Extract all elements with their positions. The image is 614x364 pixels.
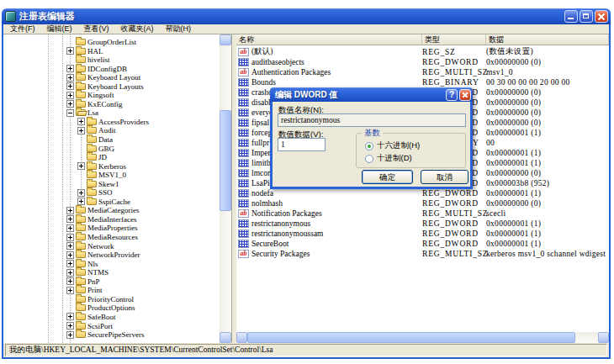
tree-item-print[interactable]: Print (3, 286, 220, 295)
tree-item-gbg[interactable]: GBG (3, 145, 220, 154)
tree-item-sspicache[interactable]: SspiCache (3, 198, 220, 207)
value-name-input[interactable] (278, 113, 466, 127)
tree-item-mediaproperties[interactable]: MediaProperties (3, 224, 220, 233)
tree-item-label: MSV1_0 (98, 171, 126, 180)
radio-hex-icon[interactable] (365, 142, 373, 150)
tree-item-scsiport[interactable]: ScsiPort (3, 322, 220, 331)
tree-item-hivelist[interactable]: hivelist (3, 55, 220, 65)
list-row-nodefa[interactable]: nodefaREG_DWORD0x00000001 (1) (236, 188, 609, 198)
tree-item-keyboard-layouts[interactable]: Keyboard Layouts (3, 82, 220, 92)
tree-vertical-scrollbar[interactable] (220, 34, 231, 343)
tree-item-audit[interactable]: Audit (3, 126, 220, 135)
list-row-restrictanonymous[interactable]: restrictanonymousREG_DWORD0x00000001 (1) (236, 219, 609, 229)
expand-icon[interactable] (66, 287, 74, 294)
minimize-button[interactable] (564, 10, 578, 23)
scroll-down-button[interactable] (220, 332, 231, 343)
tree-item-jd[interactable]: JD (3, 153, 220, 162)
list-horizontal-scrollbar[interactable] (236, 332, 609, 343)
expand-icon[interactable] (66, 331, 74, 339)
expand-icon[interactable] (66, 92, 74, 99)
dialog-close-button[interactable] (459, 89, 471, 101)
tree-item-kingsoft[interactable]: Kingsoft (3, 91, 220, 100)
tree-item-data[interactable]: Data (3, 135, 220, 145)
expand-icon[interactable] (66, 47, 74, 55)
tree-scrollbar-thumb[interactable] (220, 110, 231, 211)
value-name-text: (默认) (251, 46, 273, 57)
tree-item-mediacategories[interactable]: MediaCategories (3, 206, 220, 215)
tree-item-mediainterfaces[interactable]: MediaInterfaces (3, 215, 220, 224)
list-row-restrictanonymoussam[interactable]: restrictanonymoussamREG_DWORD0x00000001 … (236, 229, 609, 239)
expand-icon[interactable] (66, 82, 74, 90)
tree-item-label: MediaResources (87, 233, 138, 242)
maximize-button[interactable] (580, 10, 593, 23)
expand-icon[interactable] (66, 207, 74, 214)
tree-item-skew1[interactable]: Skew1 (3, 180, 220, 189)
tree-item-pnp[interactable]: PnP (3, 277, 220, 287)
scroll-up-button[interactable] (220, 34, 231, 45)
tree-item-securepipeservers[interactable]: SecurePipeServers (3, 330, 220, 340)
expand-icon[interactable] (66, 322, 74, 330)
collapse-icon[interactable] (66, 109, 74, 117)
tree-item-networkprovider[interactable]: NetworkProvider (3, 251, 220, 260)
expand-icon[interactable] (66, 251, 74, 259)
expand-icon[interactable] (77, 198, 85, 205)
expand-icon[interactable] (66, 234, 74, 241)
tree-item-prioritycontrol[interactable]: PriorityControl (3, 295, 220, 304)
expand-icon[interactable] (77, 127, 85, 135)
close-button[interactable] (595, 10, 608, 23)
list-scrollbar-thumb[interactable] (247, 332, 575, 343)
tree-item-lsa[interactable]: Lsa (3, 108, 220, 118)
tree-item-label: Network (87, 242, 114, 251)
expand-icon[interactable] (66, 269, 74, 277)
tree-item-grouporderlist[interactable]: GroupOrderList (3, 38, 220, 47)
folder-icon (76, 48, 86, 55)
column-header-item[interactable]: 类型 (422, 34, 486, 45)
column-header-item[interactable]: 数据 (486, 34, 609, 45)
expand-icon[interactable] (66, 260, 74, 267)
radio-option-dec[interactable]: 十进制(D) (365, 153, 412, 164)
expand-icon[interactable] (77, 189, 85, 197)
value-data-input[interactable] (278, 138, 326, 151)
scroll-left-button[interactable] (236, 332, 247, 343)
tree-item-accessproviders[interactable]: AccessProviders (3, 118, 220, 127)
expand-icon[interactable] (66, 277, 74, 285)
ok-button[interactable]: 确定 (362, 170, 413, 184)
tree-item-network[interactable]: Network (3, 242, 220, 251)
scroll-right-button[interactable] (598, 332, 609, 343)
expand-icon[interactable] (66, 74, 74, 82)
radio-option-hex[interactable]: 十六进制(H) (365, 140, 420, 151)
radio-dec-icon[interactable] (365, 155, 373, 163)
tree-item-kerberos[interactable]: Kerberos (3, 162, 220, 171)
expand-icon[interactable] (77, 162, 85, 170)
expand-icon[interactable] (66, 65, 74, 72)
tree-item-nls[interactable]: Nls (3, 260, 220, 269)
dialog-help-button[interactable] (446, 89, 458, 101)
list-row-item[interactable]: ab(默认)REG_SZ(数值未设置) (236, 47, 609, 57)
list-row-security-packages[interactable]: abSecurity PackagesREG_MULTI_SZkerberos … (236, 249, 609, 259)
tree-item-msv1-0[interactable]: MSV1_0 (3, 171, 220, 180)
tree-item-safeboot[interactable]: SafeBoot (3, 313, 220, 322)
expand-icon[interactable] (66, 224, 74, 232)
tree-item-productoptions[interactable]: ProductOptions (3, 303, 220, 313)
column-header-item[interactable]: 名称 (236, 34, 422, 45)
tree-item-label: NetworkProvider (87, 251, 140, 260)
tree-item-kxeconfig[interactable]: KxEConfig (3, 100, 220, 109)
expand-icon[interactable] (66, 100, 74, 108)
tree-item-hal[interactable]: HAL (3, 47, 220, 56)
list-row-auditbaseobjects[interactable]: auditbaseobjectsREG_DWORD0x00000000 (0) (236, 57, 609, 67)
list-row-nolmhash[interactable]: nolmhashREG_DWORD0x00000000 (0) (236, 198, 609, 208)
expand-icon[interactable] (66, 215, 74, 223)
expand-icon[interactable] (66, 242, 74, 250)
expand-icon[interactable] (77, 118, 85, 125)
list-row-secureboot[interactable]: SecureBootREG_DWORD0x00000001 (1) (236, 239, 609, 249)
list-row-authentication-packages[interactable]: abAuthentication PackagesREG_MULTI_SZmsv… (236, 67, 609, 77)
cancel-button[interactable]: 取消 (421, 170, 468, 184)
expand-icon[interactable] (66, 313, 74, 320)
tree-item-idconfigdb[interactable]: IDConfigDB (3, 65, 220, 74)
tree-item-mediaresources[interactable]: MediaResources (3, 233, 220, 242)
list-row-notification-packages[interactable]: abNotification PackagesREG_MULTI_SZscecl… (236, 208, 609, 219)
tree-item-sso[interactable]: SSO (3, 188, 220, 198)
tree-item-ntms[interactable]: NTMS (3, 268, 220, 277)
list-row-bounds[interactable]: BoundsREG_BINARY00 30 00 00 00 20 00 00 (236, 77, 609, 87)
tree-item-keyboard-layout[interactable]: Keyboard Layout (3, 73, 220, 82)
